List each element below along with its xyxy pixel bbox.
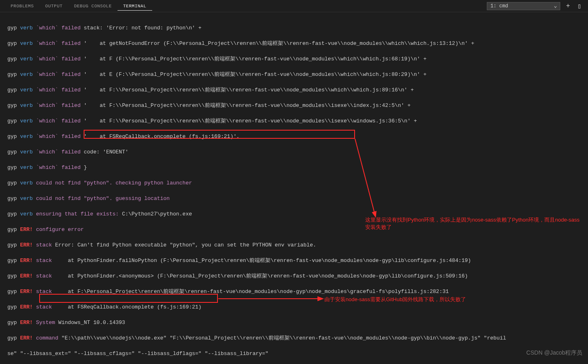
log-text: System bbox=[33, 320, 55, 326]
log-text: "E:\\path\\vue\\nodejs\\node.exe" "F:\\P… bbox=[58, 335, 506, 341]
log-prefix: gyp bbox=[7, 164, 17, 171]
log-level-verb: verb bbox=[20, 133, 33, 140]
log-level-verb: verb bbox=[20, 87, 33, 93]
log-level-verb: verb bbox=[20, 102, 33, 109]
log-text: at PythonFinder.<anonymous> (F:\Personal… bbox=[52, 273, 468, 279]
log-level-verb: verb bbox=[20, 40, 33, 47]
log-prefix: gyp bbox=[7, 304, 17, 310]
log-level-err: ERR! bbox=[20, 335, 33, 341]
log-prefix: gyp bbox=[7, 242, 17, 248]
log-text: ' at F:\\Personal_Project\\renren\\前端框架\… bbox=[80, 102, 410, 109]
log-prefix: gyp bbox=[7, 226, 17, 233]
log-prefix: gyp bbox=[7, 102, 17, 109]
log-which: `which` failed bbox=[36, 164, 80, 171]
log-prefix: gyp bbox=[7, 56, 17, 62]
log-level-verb: verb bbox=[20, 211, 33, 217]
log-text: could not find "python". guessing locati… bbox=[33, 195, 169, 202]
log-which: `which` failed bbox=[36, 40, 80, 47]
log-text: ensuring that file exists: bbox=[33, 211, 119, 217]
log-prefix: gyp bbox=[7, 320, 17, 326]
log-text: stack: 'Error: not found: python\n' + bbox=[80, 25, 201, 31]
annotation-text-python: 这里显示没有找到Python环境，实际上是因为nose-sass依赖了Pytho… bbox=[365, 216, 581, 231]
log-text: stack bbox=[33, 273, 52, 279]
log-text: stack bbox=[33, 257, 52, 264]
log-text: configure error bbox=[33, 226, 84, 233]
log-level-err: ERR! bbox=[20, 226, 33, 233]
log-text: command bbox=[33, 335, 58, 341]
log-which: `which` failed bbox=[36, 149, 80, 155]
log-level-verb: verb bbox=[20, 180, 33, 186]
log-which: `which` failed bbox=[36, 56, 80, 62]
log-text: ' at E (F:\\Personal_Project\\renren\\前端… bbox=[80, 71, 426, 78]
log-prefix: gyp bbox=[7, 257, 17, 264]
split-terminal-icon[interactable]: ▯ bbox=[576, 2, 583, 10]
log-level-err: ERR! bbox=[20, 320, 33, 326]
log-text: ' at F (F:\\Personal_Project\\renren\\前端… bbox=[80, 56, 426, 62]
tab-debug-console[interactable]: DEBUG CONSOLE bbox=[68, 2, 117, 10]
tab-output[interactable]: OUTPUT bbox=[40, 2, 69, 10]
log-level-err: ERR! bbox=[20, 242, 33, 248]
log-level-err: ERR! bbox=[20, 304, 33, 310]
log-prefix: gyp bbox=[7, 195, 17, 202]
log-prefix: gyp bbox=[7, 211, 17, 217]
log-prefix: gyp bbox=[7, 40, 17, 47]
log-prefix: gyp bbox=[7, 71, 17, 78]
log-prefix: gyp bbox=[7, 180, 17, 186]
log-level-verb: verb bbox=[20, 149, 33, 155]
log-which: `which` failed bbox=[36, 71, 80, 78]
log-text: } bbox=[80, 164, 87, 171]
log-which: `which` failed bbox=[36, 102, 80, 109]
log-level-verb: verb bbox=[20, 164, 33, 171]
log-prefix: gyp bbox=[7, 273, 17, 279]
log-text: se" "--libsass_ext=" "--libsass_cflags="… bbox=[7, 351, 268, 357]
log-text: Windows_NT 10.0.14393 bbox=[55, 320, 125, 326]
terminal-select[interactable]: 1: cmd bbox=[487, 2, 560, 10]
log-text: ' at FSReqCallback.oncomplete (fs.js:169… bbox=[80, 133, 240, 140]
log-prefix: gyp bbox=[7, 87, 17, 93]
log-prefix: gyp bbox=[7, 149, 17, 155]
new-terminal-icon[interactable]: + bbox=[564, 2, 572, 10]
log-which: `which` failed bbox=[36, 133, 80, 140]
log-level-verb: verb bbox=[20, 25, 33, 31]
log-text: code: 'ENOENT' bbox=[80, 149, 128, 155]
log-text: ' at F:\\Personal_Project\\renren\\前端框架\… bbox=[80, 87, 414, 93]
log-level-verb: verb bbox=[20, 71, 33, 78]
log-text: ' at F:\\Personal_Project\\renren\\前端框架\… bbox=[80, 118, 417, 124]
log-which: `which` failed bbox=[36, 87, 80, 93]
log-prefix: gyp bbox=[7, 25, 17, 31]
log-text: stack bbox=[33, 242, 52, 248]
err-python-msg: Error: Can't find Python executable "pyt… bbox=[52, 242, 316, 248]
log-which: `which` failed bbox=[36, 25, 80, 31]
log-prefix: gyp bbox=[7, 118, 17, 124]
panel-tabs: PROBLEMS OUTPUT DEBUG CONSOLE TERMINAL 1… bbox=[0, 0, 588, 12]
log-text: could not find "python". checking python… bbox=[33, 180, 192, 186]
log-text: at FSReqCallback.oncomplete (fs.js:169:2… bbox=[52, 304, 202, 310]
log-level-err: ERR! bbox=[20, 289, 33, 295]
log-text: ' at getNotFoundError (F:\\Personal_Proj… bbox=[80, 40, 474, 47]
log-level-verb: verb bbox=[20, 195, 33, 202]
log-level-err: ERR! bbox=[20, 257, 33, 264]
log-level-verb: verb bbox=[20, 56, 33, 62]
log-which: `which` failed bbox=[36, 118, 80, 124]
log-text: at PythonFinder.failNoPython (F:\Persona… bbox=[52, 257, 471, 264]
panel-actions: 1: cmd + ▯ bbox=[487, 2, 583, 10]
log-text: at F:\Personal_Project\renren\前端框架\renre… bbox=[52, 289, 449, 295]
terminal-output[interactable]: gyp verb `which` failed stack: 'Error: n… bbox=[0, 12, 588, 364]
watermark: CSDN @Jacob程序员 bbox=[526, 349, 582, 357]
tab-problems[interactable]: PROBLEMS bbox=[5, 2, 40, 10]
log-prefix: gyp bbox=[7, 335, 17, 341]
tab-terminal[interactable]: TERMINAL bbox=[118, 2, 152, 11]
log-level-verb: verb bbox=[20, 118, 33, 124]
log-prefix: gyp bbox=[7, 133, 17, 140]
log-level-err: ERR! bbox=[20, 273, 33, 279]
log-text: stack bbox=[33, 289, 52, 295]
log-text: C:\Python27\python.exe bbox=[119, 211, 192, 217]
log-prefix: gyp bbox=[7, 289, 17, 295]
annotation-text-nodesass: 由于安装node-sass需要从GitHub国外线路下载，所以失败了 bbox=[324, 296, 466, 303]
log-text: stack bbox=[33, 304, 52, 310]
